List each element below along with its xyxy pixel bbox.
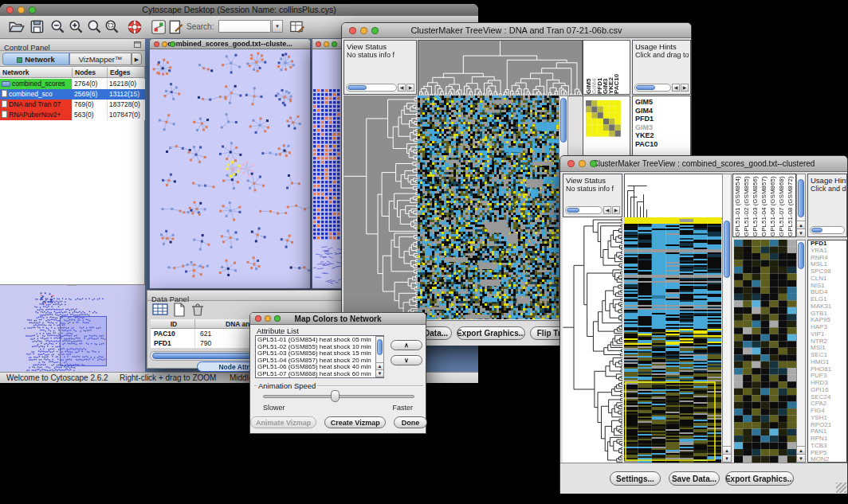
scroll-down-icon[interactable]: ▼ (723, 454, 731, 462)
tv1-status-scrollbar[interactable]: ◀ ▶ (346, 83, 414, 92)
tv2-row-dendrogram[interactable] (563, 217, 622, 463)
scroll-down-icon[interactable]: ▼ (797, 454, 805, 462)
speed-slider-thumb[interactable] (331, 390, 340, 402)
delete-attribute-icon[interactable] (190, 303, 205, 317)
move-down-button[interactable]: ∨ (391, 355, 422, 365)
close-icon[interactable] (567, 160, 575, 167)
close-icon[interactable] (255, 315, 261, 322)
table-grid-icon[interactable] (152, 303, 168, 316)
column-label[interactable]: GPL51-08 (GSM872) (787, 174, 795, 236)
network-table-row[interactable]: combined_sco 2569(6) 13112(15) (0, 89, 145, 100)
tv2-zoom-heatmap[interactable] (734, 240, 796, 463)
network-overview-canvas[interactable] (1, 286, 144, 372)
zoom-out-icon[interactable] (49, 18, 67, 36)
vscroll-thumb[interactable] (377, 339, 383, 355)
tv1-hints-scrollbar[interactable]: ◀ ▶ (634, 83, 689, 92)
minimize-icon[interactable] (324, 41, 329, 47)
scroll-right-icon[interactable]: ▶ (681, 84, 689, 92)
tv2-collabel-vscrollbar[interactable]: ▲ ▼ (796, 174, 806, 237)
tv1-heatmap[interactable] (418, 96, 559, 319)
tv2-hints-scrollbar[interactable] (810, 225, 845, 235)
tv2-heatmap[interactable] (624, 217, 721, 463)
attribute-table-icon[interactable] (289, 18, 306, 36)
treeview2-titlebar[interactable]: ClusterMaker TreeView : combined_scores_… (560, 156, 847, 172)
move-up-button[interactable]: ∧ (391, 340, 422, 350)
column-label[interactable]: GPL51-01 (GSM854) (734, 174, 743, 236)
tv1-export-graphics-button[interactable]: Export Graphics... (457, 326, 525, 340)
scroll-up-icon[interactable]: ▲ (797, 221, 805, 229)
column-label[interactable]: GPL51-04 (GSM857) (760, 174, 769, 236)
network-canvas[interactable] (150, 49, 310, 288)
scroll-down-icon[interactable]: ▼ (376, 369, 383, 377)
tv1-column-dendrogram[interactable] (418, 40, 583, 96)
tv2-save-data-button[interactable]: Save Data... (669, 471, 720, 486)
annotation-icon[interactable] (167, 18, 185, 36)
tv1-similarity-heatmap[interactable] (586, 100, 621, 137)
zoom-window-icon[interactable] (274, 315, 281, 322)
more-tabs-button[interactable]: ▶ (132, 53, 142, 65)
zoom-window-icon[interactable] (371, 27, 379, 34)
minimize-icon[interactable] (265, 315, 271, 322)
column-label[interactable]: GIM3 (602, 41, 607, 94)
vscroll-thumb[interactable] (560, 98, 567, 143)
close-icon[interactable] (154, 41, 159, 47)
tv2-column-dendrogram[interactable] (624, 174, 723, 219)
vscroll-thumb[interactable] (798, 242, 804, 269)
column-label[interactable]: GPL51-03 (GSM856) (752, 174, 760, 236)
dialog-titlebar[interactable]: Map Colors to Network (250, 313, 426, 325)
open-file-icon[interactable] (8, 18, 26, 36)
minimize-icon[interactable] (360, 27, 367, 34)
tv2-export-graphics-button[interactable]: Export Graphics... (725, 471, 794, 486)
gene-label[interactable]: GIM3 (633, 123, 690, 132)
column-label[interactable]: GPL51-02 (GSM855) (743, 174, 752, 236)
network-table-row[interactable]: combined_scores 2764(0) 16218(0) (0, 79, 145, 89)
zoom-window-icon[interactable] (170, 41, 175, 47)
gene-label[interactable]: YKE2 (633, 131, 690, 140)
treeview1-titlebar[interactable]: ClusterMaker TreeView : DNA and Tran 07-… (342, 23, 691, 38)
close-icon[interactable] (316, 41, 321, 47)
close-icon[interactable] (6, 6, 14, 14)
scroll-left-icon[interactable]: ◀ (603, 206, 611, 214)
tab-network[interactable]: Network (2, 53, 69, 65)
network-table-row[interactable]: RNAPuberNov2+ 563(0) 107847(0) (0, 110, 145, 120)
dialog-button[interactable]: Animate Vizmap (250, 416, 316, 428)
scroll-right-icon[interactable]: ▶ (612, 206, 620, 214)
scroll-up-icon[interactable]: ▲ (723, 446, 731, 454)
network-canvas-2[interactable] (312, 49, 344, 288)
column-label[interactable]: GPL51-06 (GSM865) (769, 174, 778, 236)
scroll-right-icon[interactable]: ▶ (406, 84, 414, 92)
minimize-icon[interactable] (162, 41, 167, 47)
new-attribute-icon[interactable] (173, 303, 186, 317)
attribute-item[interactable]: GPL51-07 (GSM868) heat shock 60 min (256, 371, 383, 378)
column-label[interactable]: YKE2 (607, 41, 613, 94)
scroll-up-icon[interactable]: ▲ (797, 446, 805, 454)
network-view-titlebar[interactable]: combined_scores_good.txt--cluste... (150, 39, 310, 49)
gene-label[interactable]: GIM4 (633, 107, 690, 115)
save-icon[interactable] (29, 18, 46, 36)
column-label[interactable]: PFD1 (596, 41, 602, 94)
attribute-list-vscrollbar[interactable]: ▲ ▼ (375, 336, 384, 377)
vizmap-icon[interactable] (150, 18, 167, 36)
scroll-left-icon[interactable]: ◀ (672, 84, 680, 92)
tab-vizmapper[interactable]: VizMapper™ (69, 53, 132, 65)
gene-label[interactable]: GIM5 (633, 98, 690, 107)
minimize-icon[interactable] (18, 6, 25, 14)
column-label[interactable]: GIM5 (585, 41, 591, 94)
vscroll-thumb[interactable] (798, 179, 804, 217)
dialog-button[interactable]: Done (394, 416, 427, 428)
scroll-down-icon[interactable]: ▼ (797, 229, 805, 236)
column-label[interactable]: GIM4 (591, 41, 596, 94)
zoom-in-icon[interactable] (68, 18, 85, 36)
search-input[interactable] (218, 20, 271, 33)
gene-label[interactable]: PAC10 (633, 140, 690, 149)
float-panel-icon[interactable] (134, 41, 141, 48)
gene-label[interactable]: PFD1 (633, 115, 690, 123)
tv1-row-dendrogram[interactable] (344, 96, 418, 319)
network-table-row[interactable]: DNA and Tran 07 769(0) 183728(0) (0, 100, 145, 110)
help-lifering-icon[interactable] (126, 18, 143, 36)
network-view-2-titlebar[interactable] (312, 39, 344, 49)
zoom-fit-icon[interactable] (86, 18, 104, 36)
column-label[interactable]: GPL51-07 (GSM868) (778, 174, 787, 236)
zoom-window-icon[interactable] (590, 160, 597, 167)
zoom-window-icon[interactable] (29, 6, 36, 14)
